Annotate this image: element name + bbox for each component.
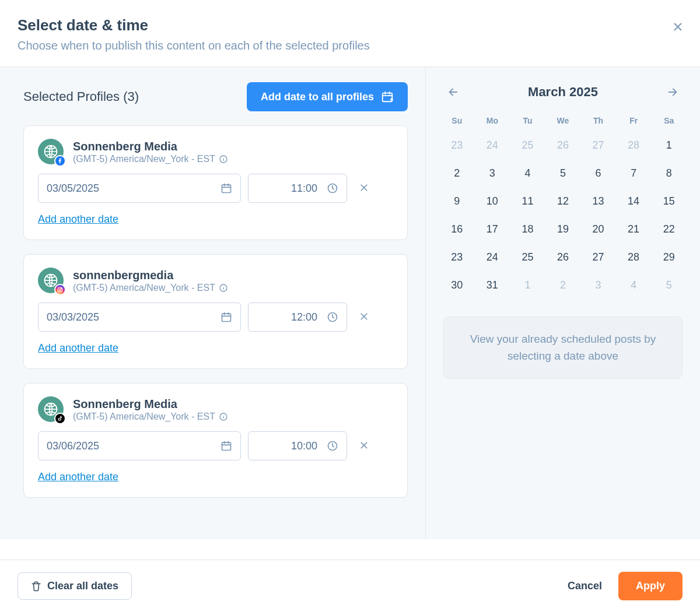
calendar-icon	[220, 311, 232, 323]
calendar-hint: View your already scheduled posts by sel…	[443, 316, 682, 379]
calendar-day[interactable]: 6	[584, 165, 612, 181]
calendar-day[interactable]: 29	[655, 249, 682, 265]
calendar-day[interactable]: 28	[620, 249, 648, 265]
profile-meta: Sonnenberg Media (GMT-5) America/New_Yor…	[73, 139, 228, 164]
profile-name: sonnenbergmedia	[73, 268, 228, 283]
remove-date-button[interactable]	[354, 437, 374, 456]
calendar-day[interactable]: 2	[443, 165, 471, 181]
calendar-day[interactable]: 31	[479, 277, 506, 293]
profile-head: Sonnenberg Media (GMT-5) America/New_Yor…	[38, 139, 393, 164]
close-button[interactable]	[673, 22, 682, 34]
calendar-day[interactable]: 14	[620, 193, 648, 209]
info-icon[interactable]	[219, 412, 228, 421]
remove-date-button[interactable]	[354, 308, 374, 327]
time-value: 11:00	[257, 182, 317, 195]
trash-icon	[31, 581, 41, 592]
dialog-footer: Clear all dates Cancel Apply	[0, 560, 700, 612]
calendar-day[interactable]: 9	[443, 193, 471, 209]
svg-rect-14	[222, 442, 231, 450]
add-date-all-button[interactable]: Add date to all profiles	[247, 82, 408, 111]
profile-name: Sonnenberg Media	[73, 139, 228, 154]
calendar-day[interactable]: 24	[479, 249, 506, 265]
profile-head: Sonnenberg Media (GMT-5) America/New_Yor…	[38, 396, 393, 422]
calendar-day-of-week: Su	[443, 116, 471, 125]
calendar-day[interactable]: 12	[550, 193, 577, 209]
svg-rect-3	[222, 185, 231, 192]
info-icon[interactable]	[219, 154, 228, 164]
date-input[interactable]: 03/06/2025	[38, 431, 241, 460]
calendar-day[interactable]: 13	[584, 193, 612, 209]
calendar-prev-button[interactable]	[443, 82, 463, 102]
calendar-day[interactable]: 11	[514, 193, 541, 209]
calendar-day-of-week: We	[550, 116, 577, 125]
calendar-day-of-week: Sa	[655, 116, 682, 125]
remove-date-button[interactable]	[354, 179, 374, 198]
add-date-all-label: Add date to all profiles	[261, 91, 374, 103]
time-input[interactable]: 10:00	[248, 431, 347, 460]
calendar-icon	[220, 440, 232, 452]
add-another-date-link[interactable]: Add another date	[38, 342, 118, 354]
calendar-day: 28	[620, 137, 648, 153]
dialog-header: Select date & time Choose when to publis…	[0, 0, 700, 67]
calendar-day-of-week: Th	[584, 116, 612, 125]
date-input[interactable]: 03/05/2025	[38, 174, 241, 203]
calendar-day[interactable]: 15	[655, 193, 682, 209]
profiles-column: Selected Profiles (3) Add date to all pr…	[0, 67, 426, 539]
clear-all-button[interactable]: Clear all dates	[18, 572, 132, 600]
calendar-day[interactable]: 16	[443, 221, 471, 237]
calendar-day: 25	[514, 137, 541, 153]
calendar-day: 1	[514, 277, 541, 293]
calendar-day[interactable]: 22	[655, 221, 682, 237]
calendar-day[interactable]: 21	[620, 221, 648, 237]
calendar-day[interactable]: 10	[479, 193, 506, 209]
calendar-day[interactable]: 7	[620, 165, 648, 181]
calendar-day-of-week: Mo	[479, 116, 506, 125]
calendar-icon	[220, 182, 232, 194]
calendar-day[interactable]: 5	[550, 165, 577, 181]
calendar-day: 27	[584, 137, 612, 153]
calendar-day[interactable]: 4	[514, 165, 541, 181]
calendar-grid: SuMoTuWeThFrSa23242526272812345678910111…	[443, 116, 682, 293]
calendar-day[interactable]: 30	[443, 277, 471, 293]
calendar-day[interactable]: 17	[479, 221, 506, 237]
clock-icon	[327, 182, 338, 194]
calendar-day: 2	[550, 277, 577, 293]
date-input[interactable]: 03/03/2025	[38, 303, 241, 332]
date-value: 03/05/2025	[47, 182, 99, 195]
calendar-day: 24	[479, 137, 506, 153]
date-value: 03/03/2025	[47, 311, 99, 323]
calendar-day[interactable]: 26	[550, 249, 577, 265]
clear-all-label: Clear all dates	[47, 580, 118, 592]
calendar-day[interactable]: 19	[550, 221, 577, 237]
info-icon[interactable]	[219, 283, 228, 293]
calendar-day[interactable]: 27	[584, 249, 612, 265]
calendar-day[interactable]: 25	[514, 249, 541, 265]
tiktok-badge-icon	[54, 413, 66, 424]
dialog-subtitle: Choose when to publish this content on e…	[18, 39, 682, 52]
svg-rect-0	[383, 93, 393, 102]
calendar-day: 3	[584, 277, 612, 293]
profile-meta: Sonnenberg Media (GMT-5) America/New_Yor…	[73, 396, 228, 422]
date-value: 03/06/2025	[47, 440, 99, 452]
date-time-row: 03/03/2025 12:00	[38, 303, 393, 332]
arrow-left-icon	[447, 86, 460, 99]
add-another-date-link[interactable]: Add another date	[38, 471, 118, 483]
calendar-day[interactable]: 8	[655, 165, 682, 181]
calendar-day[interactable]: 18	[514, 221, 541, 237]
calendar-day: 5	[655, 277, 682, 293]
cancel-button[interactable]: Cancel	[568, 580, 602, 592]
dialog-title: Select date & time	[18, 16, 682, 34]
calendar-next-button[interactable]	[663, 82, 682, 102]
calendar-day[interactable]: 3	[479, 165, 506, 181]
apply-button[interactable]: Apply	[618, 572, 682, 600]
calendar-day[interactable]: 23	[443, 249, 471, 265]
calendar-day[interactable]: 20	[584, 221, 612, 237]
time-value: 10:00	[257, 440, 317, 452]
time-input[interactable]: 11:00	[248, 174, 347, 203]
time-input[interactable]: 12:00	[248, 303, 347, 332]
profile-name: Sonnenberg Media	[73, 396, 228, 411]
calendar-column: March 2025 SuMoTuWeThFrSa232425262728123…	[426, 67, 700, 539]
calendar-title: March 2025	[528, 85, 598, 100]
calendar-day[interactable]: 1	[655, 137, 682, 153]
add-another-date-link[interactable]: Add another date	[38, 213, 118, 226]
